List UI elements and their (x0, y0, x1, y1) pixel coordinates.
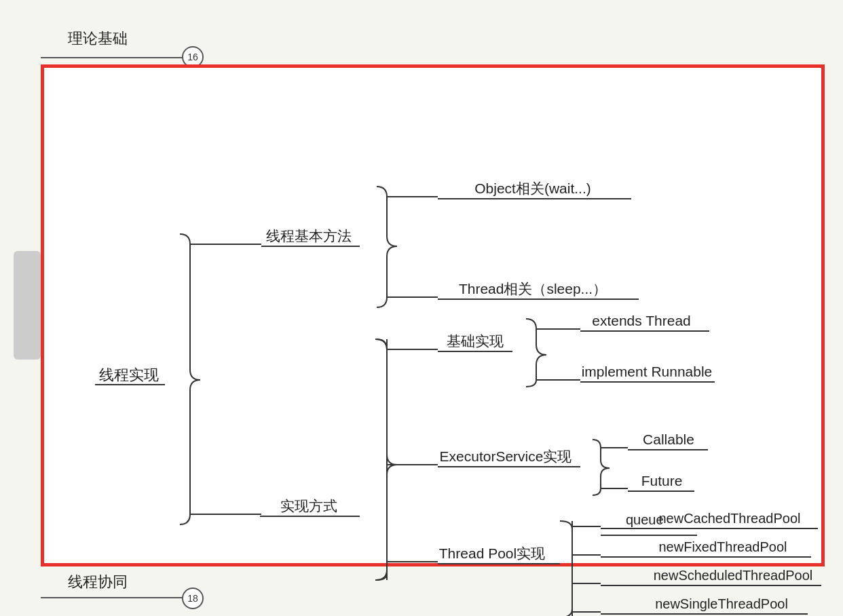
svg-text:newSingleThreadPool: newSingleThreadPool (655, 596, 788, 611)
svg-text:基础实现: 基础实现 (447, 333, 504, 349)
svg-text:ExecutorService实现: ExecutorService实现 (440, 448, 572, 464)
badge-18: 18 (182, 588, 204, 609)
line-queue (601, 535, 697, 536)
svg-text:实现方式: 实现方式 (280, 498, 337, 514)
main-box: 线程实现 线程基本方法 Object相关(wait...) Thread相关（s… (41, 64, 825, 566)
svg-text:Thread相关（sleep...）: Thread相关（sleep...） (459, 281, 607, 296)
mindmap-svg: 线程实现 线程基本方法 Object相关(wait...) Thread相关（s… (44, 68, 828, 570)
svg-text:newScheduledThreadPool: newScheduledThreadPool (654, 568, 813, 583)
svg-text:newFixedThreadPool: newFixedThreadPool (659, 539, 787, 554)
label-top: 理论基础 (68, 28, 128, 49)
svg-text:implement Runnable: implement Runnable (582, 364, 713, 379)
svg-text:线程基本方法: 线程基本方法 (266, 228, 352, 244)
svg-text:newCachedThreadPool: newCachedThreadPool (658, 511, 800, 526)
node-thread-impl: 线程实现 (99, 366, 159, 383)
svg-text:Object相关(wait...): Object相关(wait...) (474, 180, 591, 196)
node-queue: queue (626, 512, 664, 528)
svg-text:Callable: Callable (643, 431, 694, 447)
hline-bottom (41, 597, 190, 598)
label-bottom: 线程协同 (68, 572, 128, 592)
svg-text:extends Thread: extends Thread (592, 313, 691, 328)
svg-text:Thread Pool实现: Thread Pool实现 (439, 545, 545, 561)
svg-text:Future: Future (641, 473, 683, 488)
left-tab (14, 251, 41, 360)
hline-top (41, 57, 190, 58)
outer-container: 理论基础 16 线程协同 18 线程实现 线程基本方法 (0, 0, 843, 616)
